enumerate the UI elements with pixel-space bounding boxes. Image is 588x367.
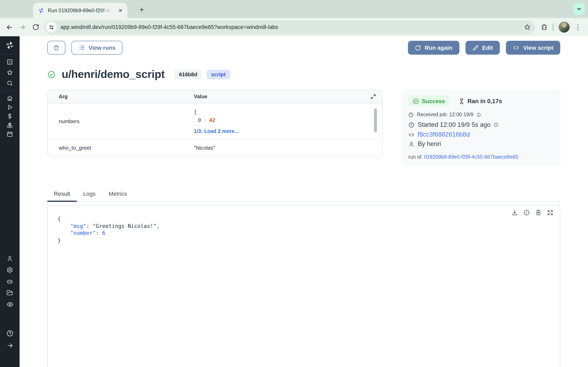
info-icon — [523, 210, 530, 216]
result-tabs: Result Logs Metrics — [47, 191, 560, 202]
reload-icon — [32, 24, 39, 31]
star-icon — [7, 69, 13, 76]
sidebar — [0, 36, 20, 367]
result-info-button[interactable] — [523, 210, 530, 216]
tune-icon — [48, 24, 54, 30]
maximize-icon — [547, 210, 553, 216]
arrow-right-icon — [6, 342, 13, 349]
sidebar-item-search[interactable] — [0, 78, 20, 89]
reload-button[interactable] — [29, 21, 42, 33]
title-badges: 616b8d script — [174, 70, 230, 79]
info-icon[interactable] — [477, 112, 481, 117]
tab-result[interactable]: Result — [47, 191, 77, 202]
run-id-link[interactable]: 019209b9-89e0-f29f-4c55-667baece9e65 — [424, 154, 518, 160]
status-row: Success Ran in 0,17s — [408, 96, 554, 106]
sidebar-item-schedules[interactable] — [7, 130, 13, 139]
chevron-down-icon — [576, 6, 582, 12]
status-card: Success Ran in 0,17s Received job: 12:00… — [401, 90, 561, 166]
windmill-app: View runs Run again Edit View script — [0, 36, 588, 367]
code-icon — [408, 132, 415, 138]
col-header-arg: Arg — [48, 94, 194, 100]
browser-tab[interactable]: Run 019209b9-89e0-f29f-4c ✕ — [33, 3, 127, 18]
started-line: Started 12:00 19/9 5s ago — [408, 121, 554, 128]
sidebar-group-main — [7, 94, 13, 139]
keypad-icon — [7, 59, 13, 65]
json-entry: 0:42 — [194, 117, 370, 123]
play-icon — [7, 104, 13, 110]
expand-args-button[interactable] — [370, 94, 376, 100]
folder-open-icon — [7, 290, 13, 296]
args-table: Arg Value numbers [ 0:42 1/3: Load 2 mor… — [47, 90, 383, 157]
args-table-header: Arg Value — [48, 90, 382, 104]
tab-title: Run 019209b9-89e0-f29f-4c — [48, 8, 113, 13]
profile-avatar[interactable] — [559, 22, 570, 33]
windmill-logo[interactable] — [5, 39, 14, 51]
actions-row: View runs Run again Edit View script — [47, 41, 560, 55]
sidebar-item-settings[interactable] — [6, 265, 13, 275]
delete-run-button[interactable] — [47, 41, 65, 55]
address-bar[interactable]: app.windmill.dev/run/019209b9-89e0-f29f-… — [44, 20, 535, 34]
sidebar-item-apps[interactable] — [0, 57, 20, 67]
extensions-button[interactable] — [541, 24, 548, 31]
result-panel-actions — [512, 210, 553, 216]
sidebar-item-workers[interactable] — [6, 276, 13, 286]
sidebar-item-help[interactable] — [6, 328, 13, 338]
actions-left: View runs — [47, 41, 122, 55]
forward-button[interactable] — [16, 21, 29, 33]
success-check-icon — [47, 70, 56, 78]
tab-close-icon[interactable]: ✕ — [117, 7, 124, 14]
received-line: Received job: 12:00 19/9 — [408, 112, 554, 117]
run-detail-page: View runs Run again Edit View script — [20, 36, 588, 367]
sidebar-item-audit-logs[interactable] — [6, 299, 13, 309]
eye-icon — [6, 301, 13, 308]
script-hash-link[interactable]: f9cc3f6882616b8d — [418, 131, 470, 138]
hourglass-icon — [458, 98, 465, 104]
info-icon[interactable] — [494, 122, 499, 127]
browser-toolbar: app.windmill.dev/run/019209b9-89e0-f29f-… — [0, 18, 588, 36]
view-script-button[interactable]: View script — [506, 41, 560, 55]
new-tab-button[interactable]: + — [136, 4, 147, 15]
download-icon — [512, 210, 518, 216]
tab-metrics[interactable]: Metrics — [102, 191, 134, 202]
back-button[interactable] — [3, 21, 16, 33]
search-icon — [7, 80, 13, 86]
tab-search-chevron-button[interactable] — [573, 3, 585, 15]
download-result-button[interactable] — [512, 210, 518, 216]
run-again-button[interactable]: Run again — [408, 41, 459, 55]
sidebar-item-runs[interactable] — [7, 103, 13, 112]
json-line: } — [58, 237, 560, 244]
arrow-left-icon — [6, 24, 13, 31]
page-title: u/henri/demo_script — [62, 68, 165, 81]
view-runs-button[interactable]: View runs — [71, 41, 122, 55]
arrow-right-icon — [19, 24, 26, 31]
value-scrollbar[interactable] — [374, 108, 377, 132]
copy-result-button[interactable] — [535, 210, 541, 216]
sidebar-item-resources[interactable] — [7, 121, 13, 130]
sidebar-footer — [6, 327, 13, 351]
sidebar-item-folders[interactable] — [6, 288, 13, 298]
browser-tabstrip: Run 019209b9-89e0-f29f-4c ✕ + — [0, 0, 588, 18]
url-text[interactable]: app.windmill.dev/run/019209b9-89e0-f29f-… — [61, 24, 520, 30]
code-icon — [513, 44, 520, 51]
expand-icon — [370, 94, 376, 100]
tab-logs[interactable]: Logs — [77, 191, 102, 202]
boxes-icon — [7, 122, 13, 128]
arg-row-who-to-greet: who_to_greet "Nicolas" — [48, 140, 382, 156]
windmill-favicon — [38, 7, 44, 14]
sidebar-item-users[interactable] — [6, 254, 13, 263]
sidebar-item-variables[interactable] — [7, 112, 13, 121]
site-settings-button[interactable] — [46, 22, 57, 33]
bookmark-star-button[interactable] — [524, 24, 531, 31]
load-more-link[interactable]: 1/3: Load 2 more... — [194, 128, 370, 134]
edit-button[interactable]: Edit — [466, 41, 500, 55]
expand-result-button[interactable] — [547, 210, 553, 216]
sidebar-item-home[interactable] — [7, 94, 13, 103]
json-line: "number": 6 — [58, 230, 560, 237]
json-line: { — [58, 215, 560, 222]
browser-menu-button[interactable]: ⋮ — [575, 24, 581, 31]
arg-name: who_to_greet — [48, 145, 194, 151]
clock-icon — [408, 112, 414, 117]
browser-toolbar-right: ⋮ — [538, 22, 585, 33]
sidebar-item-favorites[interactable] — [0, 67, 20, 78]
sidebar-collapse-toggle[interactable] — [6, 341, 13, 350]
